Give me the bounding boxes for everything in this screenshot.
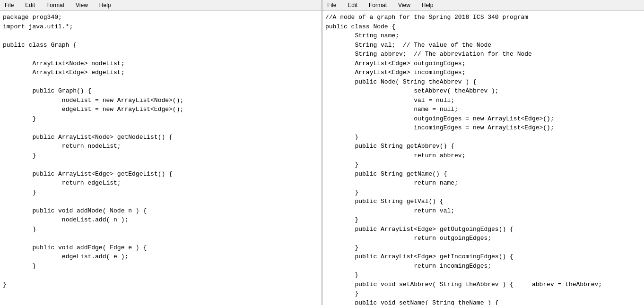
editors-row: File Edit Format View Help package prog3… <box>0 0 644 305</box>
right-code-area[interactable]: //A node of a graph for the Spring 2018 … <box>322 11 644 305</box>
right-menu-format[interactable]: Format <box>367 1 389 9</box>
right-menu-edit[interactable]: Edit <box>346 1 359 9</box>
right-editor-pane: File Edit Format View Help //A node of a… <box>322 0 644 305</box>
left-code-area[interactable]: package prog340; import java.util.*; pub… <box>0 11 322 305</box>
left-menu-format[interactable]: Format <box>44 1 66 9</box>
left-editor-pane: File Edit Format View Help package prog3… <box>0 0 322 305</box>
left-menu-bar: File Edit Format View Help <box>0 0 322 11</box>
right-menu-bar: File Edit Format View Help <box>322 0 644 11</box>
left-menu-help[interactable]: Help <box>97 1 113 9</box>
right-menu-view[interactable]: View <box>396 1 412 9</box>
left-menu-file[interactable]: File <box>3 1 16 9</box>
left-menu-view[interactable]: View <box>74 1 90 9</box>
right-menu-file[interactable]: File <box>325 1 338 9</box>
app-container: File Edit Format View Help package prog3… <box>0 0 644 305</box>
right-menu-help[interactable]: Help <box>420 1 435 9</box>
left-menu-edit[interactable]: Edit <box>23 1 37 9</box>
